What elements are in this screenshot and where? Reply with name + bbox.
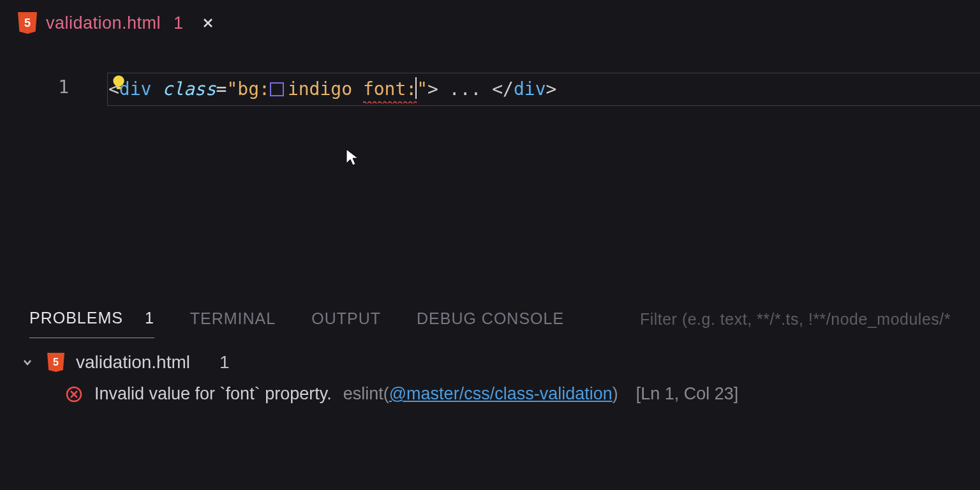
problem-file-count: 1	[219, 352, 230, 373]
tab-bar: 5 validation.html 1	[0, 0, 980, 46]
class-bg-color: indigo	[288, 78, 352, 100]
editor-tab[interactable]: 5 validation.html 1	[14, 8, 224, 38]
tab-terminal[interactable]: TERMINAL	[190, 301, 276, 338]
close-icon[interactable]	[201, 16, 215, 30]
class-bg-prefix: bg:	[237, 78, 270, 100]
line-number: 1	[0, 77, 69, 98]
code-editor[interactable]: 1 <div class="bg:indigo font:"> ... </di…	[0, 46, 980, 299]
bottom-panel: PROBLEMS 1 TERMINAL OUTPUT DEBUG CONSOLE…	[0, 299, 980, 404]
html5-icon: 5	[47, 353, 64, 372]
code-line[interactable]: <div class="bg:indigo font:"> ... </div>	[108, 77, 980, 102]
tab-problems[interactable]: PROBLEMS 1	[29, 300, 154, 338]
tag-name-close: div	[514, 78, 546, 100]
problem-file-name: validation.html	[76, 352, 190, 373]
color-swatch-icon[interactable]	[270, 82, 284, 96]
lightbulb-icon[interactable]	[110, 74, 127, 91]
problem-rule-link[interactable]: @master/css/class-validation	[389, 384, 612, 403]
tab-problems-label: PROBLEMS	[29, 309, 123, 327]
problems-badge: 1	[145, 309, 154, 327]
svg-rect-1	[117, 87, 121, 89]
filter-input[interactable]: Filter (e.g. text, **/*.ts, !**/node_mod…	[640, 310, 951, 329]
chevron-down-icon[interactable]	[19, 354, 36, 371]
html5-icon: 5	[18, 12, 37, 34]
problem-location: [Ln 1, Col 23]	[636, 384, 739, 404]
error-icon	[65, 385, 83, 403]
tab-problem-count: 1	[174, 13, 183, 33]
inner-content: ...	[438, 78, 492, 100]
svg-point-0	[113, 75, 124, 86]
mouse-cursor-icon	[345, 148, 360, 170]
tab-debug-console[interactable]: DEBUG CONSOLE	[417, 301, 564, 338]
line-gutter: 1	[0, 46, 108, 299]
problem-message: Invalid value for `font` property.	[94, 384, 332, 404]
tab-output[interactable]: OUTPUT	[311, 301, 381, 338]
attr-class: class	[162, 78, 216, 100]
problem-file-row[interactable]: 5 validation.html 1	[19, 352, 961, 373]
problem-item[interactable]: Invalid value for `font` property. eslin…	[19, 373, 961, 404]
problem-source: eslint	[343, 384, 383, 403]
panel-tabs: PROBLEMS 1 TERMINAL OUTPUT DEBUG CONSOLE…	[0, 299, 980, 339]
problems-list: 5 validation.html 1 Invalid value for `f…	[0, 339, 980, 404]
tab-filename: validation.html	[46, 13, 161, 33]
class-font-invalid: font:	[363, 78, 417, 103]
